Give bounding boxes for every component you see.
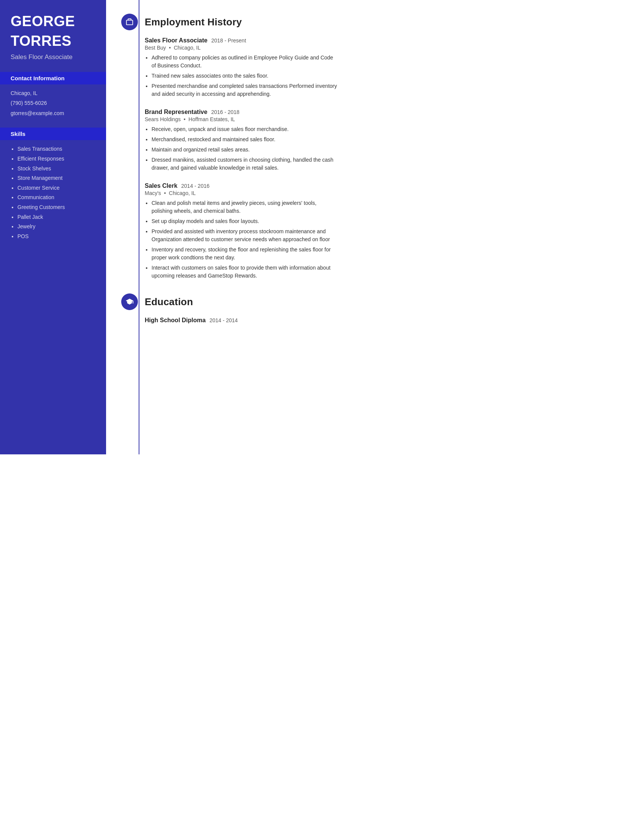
education-section-header: Education <box>121 293 337 310</box>
job-bullet-item: Clean and polish metal items and jewelry… <box>151 199 337 215</box>
candidate-job-title: Sales Floor Associate <box>11 53 95 61</box>
contact-location: Chicago, IL <box>11 90 95 97</box>
job-bullet-item: Trained new sales associates onto the sa… <box>151 72 337 80</box>
job-dates: 2014 - 2016 <box>181 183 209 189</box>
job-bullet-item: Set up display models and sales floor la… <box>151 217 337 225</box>
skill-item: Store Management <box>18 175 95 182</box>
job-block: Brand Representative2016 - 2018Sears Hol… <box>145 109 337 172</box>
job-bullets: Receive, open, unpack and issue sales fl… <box>145 125 337 172</box>
job-title: Sales Floor Associate <box>145 37 208 44</box>
job-bullet-item: Merchandised, restocked and maintained s… <box>151 135 337 143</box>
skill-item: Sales Transactions <box>18 145 95 153</box>
skill-item: Greeting Customers <box>18 204 95 211</box>
job-bullet-item: Inventory and recovery, stocking the flo… <box>151 246 337 262</box>
job-bullet-item: Adhered to company policies as outlined … <box>151 54 337 70</box>
skill-item: Communication <box>18 194 95 201</box>
edu-block: High School Diploma2014 - 2014 <box>145 317 337 324</box>
edu-dates: 2014 - 2014 <box>209 317 238 323</box>
skill-item: Jewelry <box>18 223 95 231</box>
contact-phone: (790) 555-6026 <box>11 100 95 107</box>
employment-section: Employment History Sales Floor Associate… <box>121 14 337 280</box>
education-list: High School Diploma2014 - 2014 <box>121 317 337 324</box>
job-bullet-item: Dressed manikins, assisted customers in … <box>151 156 337 172</box>
job-title-row: Sales Clerk2014 - 2016 <box>145 182 337 189</box>
contact-section-title: Contact Information <box>0 72 106 84</box>
job-company: Macy's • Chicago, IL <box>145 190 337 196</box>
sidebar: GEORGE TORRES Sales Floor Associate Cont… <box>0 0 106 454</box>
edu-degree: High School Diploma <box>145 317 206 324</box>
job-block: Sales Clerk2014 - 2016Macy's • Chicago, … <box>145 182 337 280</box>
job-block: Sales Floor Associate2018 - PresentBest … <box>145 37 337 98</box>
edu-title-row: High School Diploma2014 - 2014 <box>145 317 337 324</box>
skills-section-title: Skills <box>0 128 106 140</box>
skill-item: POS <box>18 233 95 240</box>
job-title: Brand Representative <box>145 109 207 116</box>
skill-item: Stock Shelves <box>18 165 95 173</box>
job-title-row: Brand Representative2016 - 2018 <box>145 109 337 116</box>
employment-section-header: Employment History <box>121 14 337 30</box>
job-title: Sales Clerk <box>145 182 177 189</box>
jobs-list: Sales Floor Associate2018 - PresentBest … <box>121 37 337 280</box>
skill-item: Efficient Responses <box>18 155 95 163</box>
job-company: Best Buy • Chicago, IL <box>145 45 337 51</box>
job-dates: 2016 - 2018 <box>211 109 240 115</box>
skill-item: Customer Service <box>18 184 95 192</box>
job-company: Sears Holdings • Hoffman Estates, IL <box>145 116 337 122</box>
job-bullet-item: Receive, open, unpack and issue sales fl… <box>151 125 337 133</box>
employment-section-title: Employment History <box>145 16 242 28</box>
skills-list: Sales TransactionsEfficient ResponsesSto… <box>11 145 95 240</box>
briefcase-icon <box>121 14 138 30</box>
education-section: Education High School Diploma2014 - 2014 <box>121 293 337 324</box>
job-title-row: Sales Floor Associate2018 - Present <box>145 37 337 44</box>
main-content: Employment History Sales Floor Associate… <box>106 0 352 454</box>
candidate-last-name: TORRES <box>11 33 95 49</box>
skill-item: Pallet Jack <box>18 214 95 221</box>
job-bullet-item: Interact with customers on sales floor t… <box>151 264 337 280</box>
job-bullets: Adhered to company policies as outlined … <box>145 54 337 98</box>
contact-email: gtorres@example.com <box>11 110 95 117</box>
education-section-title: Education <box>145 296 193 308</box>
job-bullets: Clean and polish metal items and jewelry… <box>145 199 337 280</box>
job-bullet-item: Maintain and organized retail sales area… <box>151 146 337 154</box>
graduation-icon <box>121 293 138 310</box>
job-bullet-item: Provided and assisted with inventory pro… <box>151 228 337 243</box>
job-bullet-item: Presented merchandise and completed sale… <box>151 82 337 98</box>
job-dates: 2018 - Present <box>211 37 246 43</box>
skills-section: Skills Sales TransactionsEfficient Respo… <box>11 128 95 240</box>
candidate-first-name: GEORGE <box>11 14 95 29</box>
